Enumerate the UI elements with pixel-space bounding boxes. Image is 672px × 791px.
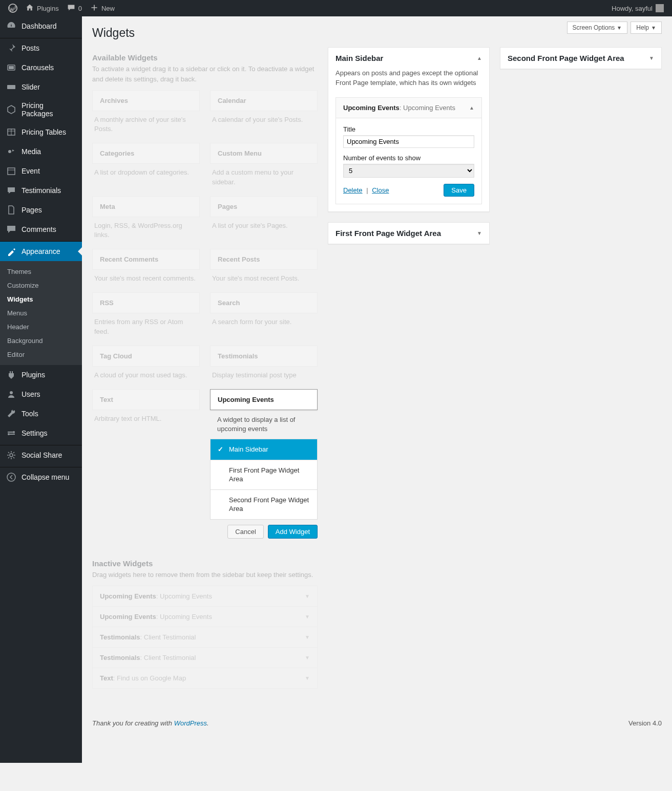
- menu-media[interactable]: Media: [0, 142, 82, 161]
- site-home[interactable]: Plugins: [22, 0, 63, 16]
- screen-options-button[interactable]: Screen Options▾: [567, 22, 628, 34]
- inactive-widget[interactable]: Text: Find us on Google Map▼: [92, 668, 318, 689]
- menu-dashboard[interactable]: Dashboard: [0, 16, 82, 36]
- inactive-widget[interactable]: Upcoming Events: Upcoming Events▼: [92, 607, 318, 627]
- collapse-icon: [6, 472, 16, 482]
- admin-bar: Plugins 0 New Howdy, sayful: [0, 0, 672, 16]
- menu-appearance[interactable]: Appearance: [0, 242, 82, 261]
- calendar-icon: [6, 166, 16, 176]
- menu-plugins[interactable]: Plugins: [0, 365, 82, 384]
- delete-link[interactable]: Delete: [343, 186, 363, 194]
- menu-comments[interactable]: Comments: [0, 220, 82, 239]
- available-widget-recent-posts[interactable]: Recent Posts: [210, 249, 318, 270]
- submenu-background[interactable]: Background: [0, 334, 82, 348]
- wp-logo-icon[interactable]: [4, 0, 22, 16]
- chooser-area-main-sidebar[interactable]: Main Sidebar: [211, 439, 317, 460]
- menu-users[interactable]: Users: [0, 384, 82, 404]
- comments-bubble[interactable]: 0: [63, 0, 86, 16]
- home-icon: [26, 4, 34, 13]
- svg-point-5: [8, 150, 11, 153]
- add-widget-button[interactable]: Add Widget: [268, 525, 318, 539]
- inactive-widgets-desc: Drag widgets here to remove them from th…: [92, 570, 318, 580]
- submenu-menus[interactable]: Menus: [0, 306, 82, 320]
- svg-rect-2: [9, 66, 14, 69]
- media-icon: [6, 146, 16, 157]
- available-widget-pages[interactable]: Pages: [210, 196, 318, 217]
- widget-instance-header[interactable]: Upcoming Events: Upcoming Events ▲: [336, 98, 481, 118]
- chooser-area-first-front[interactable]: First Front Page Widget Area: [211, 460, 317, 490]
- available-widget-search[interactable]: Search: [210, 292, 318, 313]
- cancel-button[interactable]: Cancel: [227, 525, 263, 539]
- collapse-menu[interactable]: Collapse menu: [0, 467, 82, 487]
- menu-settings[interactable]: Settings: [0, 423, 82, 443]
- inactive-widget[interactable]: Testimonials: Client Testimonial▼: [92, 627, 318, 648]
- close-link[interactable]: Close: [372, 186, 389, 194]
- slider-icon: [6, 82, 16, 92]
- inactive-widget[interactable]: Testimonials: Client Testimonial▼: [92, 648, 318, 668]
- pages-icon: [6, 205, 16, 215]
- chevron-down-icon: ▼: [305, 655, 310, 660]
- available-widget-upcoming-events[interactable]: Upcoming Events: [210, 389, 318, 410]
- title-input[interactable]: [343, 135, 474, 148]
- available-widget-tag-cloud[interactable]: Tag Cloud: [92, 346, 200, 367]
- inactive-widgets-heading: Inactive Widgets: [92, 559, 318, 568]
- settings-icon: [6, 428, 16, 438]
- menu-pricing-tables[interactable]: Pricing Tables: [0, 122, 82, 142]
- count-select[interactable]: 5: [343, 164, 474, 178]
- comment-icon: [67, 4, 75, 13]
- title-label: Title: [343, 125, 474, 133]
- svg-point-7: [10, 391, 13, 394]
- svg-rect-6: [8, 168, 15, 175]
- submenu-customize[interactable]: Customize: [0, 279, 82, 292]
- howdy-text: Howdy, sayful: [612, 5, 653, 12]
- available-widget-custom-menu[interactable]: Custom Menu: [210, 143, 318, 164]
- submenu-widgets[interactable]: Widgets: [0, 292, 82, 306]
- help-button[interactable]: Help▾: [631, 22, 662, 34]
- sidebar-area-second-front-header[interactable]: Second Front Page Widget Area ▼: [500, 48, 661, 69]
- sidebar-area-main: Main Sidebar ▲ Appears on posts and page…: [328, 47, 490, 212]
- available-widget-rss[interactable]: RSS: [92, 292, 200, 313]
- count-label: Number of events to show: [343, 154, 474, 162]
- menu-event[interactable]: Event: [0, 161, 82, 181]
- submenu-header[interactable]: Header: [0, 320, 82, 334]
- inactive-widget[interactable]: Upcoming Events: Upcoming Events▼: [92, 586, 318, 607]
- submenu-editor[interactable]: Editor: [0, 348, 82, 361]
- available-widgets-desc: To activate a widget drag it to a sideba…: [92, 64, 318, 84]
- available-widget-testimonials[interactable]: Testimonials: [210, 346, 318, 367]
- menu-slider[interactable]: Slider: [0, 77, 82, 97]
- chevron-up-icon: ▲: [477, 55, 482, 61]
- menu-tools[interactable]: Tools: [0, 404, 82, 423]
- svg-point-11: [7, 473, 15, 481]
- chooser-area-second-front[interactable]: Second Front Page Widget Area: [211, 490, 317, 519]
- menu-testimonials[interactable]: Testimonials: [0, 181, 82, 200]
- sidebar-area-first-front-header[interactable]: First Front Page Widget Area ▼: [328, 223, 489, 244]
- menu-posts[interactable]: Posts: [0, 38, 82, 58]
- tools-icon: [6, 409, 16, 419]
- svg-point-9: [8, 433, 10, 435]
- sidebar-area-main-header[interactable]: Main Sidebar ▲: [328, 48, 489, 69]
- chevron-down-icon: ▼: [305, 593, 310, 599]
- available-widget-meta[interactable]: Meta: [92, 196, 200, 217]
- svg-rect-3: [7, 85, 15, 89]
- avatar: [656, 4, 664, 12]
- menu-pages[interactable]: Pages: [0, 200, 82, 220]
- wordpress-link[interactable]: WordPress: [174, 719, 207, 727]
- available-widget-categories[interactable]: Categories: [92, 143, 200, 164]
- available-widget-calendar[interactable]: Calendar: [210, 90, 318, 111]
- chevron-down-icon: ▾: [652, 24, 655, 31]
- menu-carousels[interactable]: Carousels: [0, 58, 82, 77]
- account-menu[interactable]: Howdy, sayful: [607, 0, 668, 16]
- footer-version: Version 4.0: [628, 719, 662, 727]
- available-widget-text[interactable]: Text: [92, 389, 200, 410]
- menu-social-share[interactable]: Social Share: [0, 445, 82, 465]
- available-widget-recent-comments[interactable]: Recent Comments: [92, 249, 200, 270]
- save-button[interactable]: Save: [444, 184, 474, 197]
- sidebar-area-first-front-title: First Front Page Widget Area: [335, 229, 441, 238]
- submenu-themes[interactable]: Themes: [0, 265, 82, 279]
- chevron-down-icon: ▼: [305, 675, 310, 681]
- menu-pricing-packages[interactable]: Pricing Packages: [0, 97, 82, 122]
- content-area: Screen Options▾ Help▾ Widgets Available …: [82, 16, 672, 763]
- available-widget-archives[interactable]: Archives: [92, 90, 200, 111]
- new-content[interactable]: New: [86, 0, 119, 16]
- footer-thanks: Thank you for creating with WordPress.: [92, 719, 209, 727]
